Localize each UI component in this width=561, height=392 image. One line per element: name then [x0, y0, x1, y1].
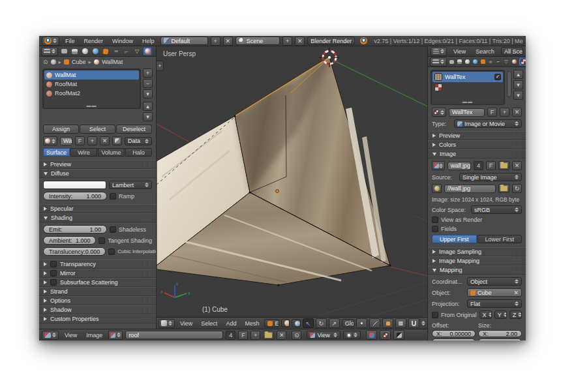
- fields-checkbox[interactable]: [432, 226, 438, 232]
- panel-transparency[interactable]: Transparency: [39, 260, 156, 269]
- browse-path-button[interactable]: [498, 184, 509, 193]
- tab-constraints[interactable]: ∞: [112, 47, 121, 55]
- panel-shading[interactable]: Shading: [39, 213, 156, 222]
- breadcrumb-material[interactable]: WallMat: [102, 59, 123, 65]
- uv-image-name-field[interactable]: roof: [125, 331, 223, 339]
- slot-specials-menu[interactable]: ▾: [143, 89, 153, 98]
- add-scene-button[interactable]: +: [282, 37, 292, 46]
- uv-fake-user-button[interactable]: F: [238, 331, 248, 340]
- panel-specular[interactable]: Specular: [39, 204, 156, 213]
- axis-y-dropdown[interactable]: Y: [494, 310, 507, 319]
- unlink-material-button[interactable]: ✕: [100, 136, 110, 145]
- uv-new-image-button[interactable]: +: [250, 331, 260, 340]
- texture-slot-empty[interactable]: [432, 82, 503, 93]
- material-browse-button[interactable]: [43, 136, 57, 145]
- panel-shadow[interactable]: Shadow: [39, 305, 156, 314]
- vertex-select-button[interactable]: [356, 318, 367, 328]
- translucency-slider[interactable]: Translucency: 0.000: [43, 247, 106, 256]
- outliner-filter-dropdown[interactable]: All Scenes: [501, 47, 523, 55]
- snap-element-dropdown[interactable]: [421, 321, 425, 325]
- move-slot-down-button[interactable]: ▾: [143, 112, 153, 121]
- move-texture-up-button[interactable]: ▴: [513, 70, 523, 79]
- uv-pivot-dropdown[interactable]: [343, 331, 361, 339]
- clear-object-icon[interactable]: ✕: [513, 290, 519, 296]
- editor-type-button-image[interactable]: [42, 331, 59, 340]
- panel-colors[interactable]: Colors: [428, 140, 526, 149]
- nodes-button[interactable]: [112, 136, 122, 145]
- uv-mask-mode-button[interactable]: [380, 330, 391, 340]
- panel-subsurface-scattering[interactable]: Subsurface Scattering: [39, 278, 156, 287]
- screen-layout-selector[interactable]: Default: [160, 37, 208, 45]
- editor-type-button-3dview[interactable]: [159, 319, 175, 328]
- tab-object-data[interactable]: ▽: [132, 47, 142, 55]
- tab-render-layers[interactable]: [70, 47, 79, 55]
- menu-uv-view[interactable]: View: [61, 332, 80, 339]
- panel-options[interactable]: Options: [39, 296, 156, 305]
- panel-mirror[interactable]: Mirror: [39, 269, 156, 278]
- uv-image-users-button[interactable]: 4: [226, 331, 235, 340]
- orientation-dropdown[interactable]: Global: [342, 319, 354, 327]
- diffuse-shader-dropdown[interactable]: Lambert: [109, 181, 152, 189]
- texture-list-scrollbar[interactable]: [507, 71, 511, 97]
- tab-object[interactable]: [479, 57, 486, 66]
- tab-scene[interactable]: [464, 57, 470, 66]
- tab-modifiers[interactable]: ⌐: [495, 57, 502, 66]
- axis-x-dropdown[interactable]: X: [479, 310, 492, 319]
- panel-mapping[interactable]: Mapping: [428, 265, 526, 275]
- list-resize-grip[interactable]: ▬▬: [462, 99, 473, 104]
- material-slot-wallmat[interactable]: WallMat: [44, 70, 139, 80]
- shadeless-checkbox[interactable]: [110, 226, 116, 233]
- upper-first-button[interactable]: Upper First: [432, 235, 477, 243]
- lower-first-button[interactable]: Lower First: [478, 235, 523, 243]
- occlude-geometry-button[interactable]: ▩: [395, 318, 406, 328]
- texture-type-dropdown[interactable]: Image or Movie: [454, 119, 522, 128]
- coordinates-dropdown[interactable]: Object: [467, 277, 522, 286]
- tab-wire[interactable]: Wire: [70, 148, 97, 157]
- manipulator-rotate-button[interactable]: ↻: [316, 318, 327, 328]
- editor-type-button-outliner[interactable]: [431, 47, 447, 56]
- uv-render-result-button[interactable]: [393, 330, 404, 340]
- reload-image-button[interactable]: ↻: [512, 184, 522, 193]
- pivot-dropdown[interactable]: [292, 319, 300, 327]
- panel-custom-properties[interactable]: Custom Properties: [39, 314, 156, 324]
- object-field[interactable]: Cube ✕: [467, 288, 522, 297]
- menu-outliner-view[interactable]: View: [450, 48, 469, 55]
- sss-checkbox[interactable]: [50, 279, 57, 286]
- panel-diffuse[interactable]: Diffuse: [39, 169, 156, 178]
- uv-pin-button[interactable]: ⊙: [292, 331, 301, 340]
- tab-render[interactable]: [448, 57, 455, 66]
- viewport-canvas[interactable]: x y z User Persp + (1) Cube: [157, 46, 427, 317]
- tab-world[interactable]: [472, 57, 478, 66]
- unlink-image-button[interactable]: ✕: [512, 161, 522, 170]
- close-layout-button[interactable]: ✕: [223, 37, 233, 46]
- intensity-slider[interactable]: Intensity: 1.000: [43, 192, 107, 200]
- tangent-shading-checkbox[interactable]: [99, 237, 105, 244]
- image-users-button[interactable]: 4: [474, 161, 483, 170]
- panel-image-mapping[interactable]: Image Mapping: [428, 256, 526, 265]
- list-resize-grip[interactable]: ▬▬: [87, 103, 97, 108]
- texture-name-field[interactable]: WallTex: [449, 108, 485, 117]
- tab-texture-active[interactable]: [519, 57, 526, 66]
- menu-file[interactable]: File: [62, 38, 78, 44]
- tab-object[interactable]: [101, 47, 110, 55]
- deselect-button[interactable]: Deselect: [116, 125, 152, 134]
- menu-mesh[interactable]: Mesh: [241, 320, 262, 327]
- uv-paint-mode-button[interactable]: [366, 330, 377, 340]
- menu-window[interactable]: Window: [109, 38, 136, 44]
- open-image-button[interactable]: [498, 161, 509, 170]
- texture-enabled-checkbox[interactable]: [494, 74, 501, 80]
- texture-slot-walltex[interactable]: WallTex: [432, 72, 503, 82]
- menu-add[interactable]: Add: [222, 320, 239, 327]
- select-button[interactable]: Select: [80, 125, 115, 134]
- image-name-field[interactable]: wall.jpg: [447, 162, 471, 170]
- panel-image-sampling[interactable]: Image Sampling: [428, 247, 526, 256]
- axis-z-dropdown[interactable]: Z: [509, 310, 522, 319]
- tab-object-data[interactable]: ▽: [503, 57, 509, 66]
- size-x-field[interactable]: X: 2.00: [478, 330, 522, 337]
- uv-open-image-button[interactable]: [263, 331, 274, 340]
- offset-y-field[interactable]: Y: 0.00000: [432, 339, 476, 340]
- material-slot-roofmat2[interactable]: RoofMat2: [44, 89, 139, 98]
- tab-world[interactable]: [91, 47, 100, 55]
- colorspace-dropdown[interactable]: sRGB: [471, 205, 522, 214]
- menu-view[interactable]: View: [177, 320, 196, 327]
